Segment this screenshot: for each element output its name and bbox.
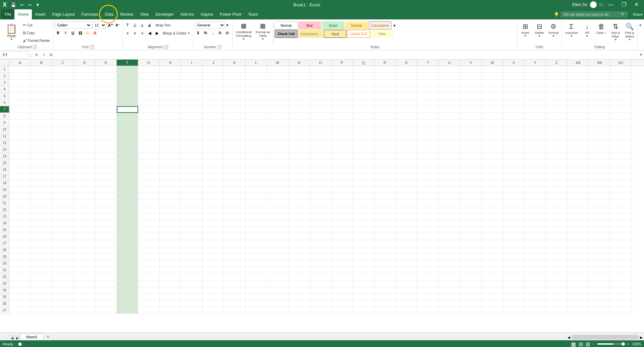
- cell-N8[interactable]: [288, 113, 310, 120]
- cell-H17[interactable]: [160, 173, 181, 180]
- cell-AA9[interactable]: [568, 120, 589, 126]
- cell-E4[interactable]: [95, 86, 117, 93]
- cell-AC8[interactable]: [610, 113, 632, 120]
- cell-X19[interactable]: [503, 187, 525, 193]
- cell-X7[interactable]: [503, 106, 525, 113]
- cell-F5[interactable]: [117, 93, 138, 99]
- cell-L11[interactable]: [246, 133, 267, 140]
- cell-L8[interactable]: [246, 113, 267, 120]
- cell-I25[interactable]: [181, 227, 203, 233]
- row-number-22[interactable]: 22: [0, 207, 9, 213]
- cell-P20[interactable]: [331, 193, 353, 200]
- cell-O37[interactable]: [310, 307, 331, 314]
- cell-U32[interactable]: [439, 274, 460, 280]
- cell-Z8[interactable]: [546, 113, 568, 120]
- cell-B27[interactable]: [31, 240, 52, 247]
- cell-U5[interactable]: [439, 93, 460, 99]
- cell-P12[interactable]: [331, 140, 353, 146]
- cell-M19[interactable]: [267, 187, 288, 193]
- cell-K34[interactable]: [224, 287, 246, 294]
- cell-AA14[interactable]: [568, 153, 589, 160]
- cell-S10[interactable]: [396, 126, 417, 133]
- cell-M3[interactable]: [267, 79, 288, 86]
- cell-A36[interactable]: [9, 300, 31, 307]
- cell-F12[interactable]: [117, 140, 138, 146]
- cell-AB1[interactable]: [589, 66, 610, 73]
- cell-E8[interactable]: [95, 113, 117, 120]
- cell-R33[interactable]: [374, 280, 396, 287]
- cell-T26[interactable]: [417, 233, 439, 240]
- cell-R31[interactable]: [374, 267, 396, 274]
- text-angle-button[interactable]: ∡: [146, 22, 153, 28]
- cell-I34[interactable]: [181, 287, 203, 294]
- name-box[interactable]: [1, 51, 28, 59]
- cell-U1[interactable]: [439, 66, 460, 73]
- styles-expand-button[interactable]: ▼: [392, 23, 397, 28]
- cell-M32[interactable]: [267, 274, 288, 280]
- cell-R3[interactable]: [374, 79, 396, 86]
- cell-A18[interactable]: [9, 180, 31, 187]
- cell-E10[interactable]: [95, 126, 117, 133]
- cell-D30[interactable]: [74, 260, 95, 267]
- cell-C1[interactable]: [52, 66, 74, 73]
- format-cells-button[interactable]: ⚙ Format ▼: [547, 21, 560, 39]
- delete-cells-button[interactable]: ⊟ Delete ▼: [533, 21, 546, 39]
- format-as-table-button[interactable]: ▦ Format asTable ▼: [254, 21, 272, 42]
- cell-I33[interactable]: [181, 280, 203, 287]
- cell-A6[interactable]: [9, 99, 31, 106]
- fill-color-button[interactable]: A: [84, 29, 91, 36]
- cell-C32[interactable]: [52, 274, 74, 280]
- cell-Q37[interactable]: [353, 307, 374, 314]
- cell-E33[interactable]: [95, 280, 117, 287]
- cell-Z7[interactable]: [546, 106, 568, 113]
- align-bottom-button[interactable]: ⊥: [139, 22, 146, 28]
- cell-U27[interactable]: [439, 240, 460, 247]
- row-number-30[interactable]: 30: [0, 260, 9, 267]
- row-number-1[interactable]: 1: [0, 66, 9, 73]
- col-header-N[interactable]: N: [288, 60, 310, 66]
- cell-D11[interactable]: [74, 133, 95, 140]
- cell-Z23[interactable]: [546, 213, 568, 220]
- cell-Q10[interactable]: [353, 126, 374, 133]
- cell-O28[interactable]: [310, 247, 331, 254]
- cell-P37[interactable]: [331, 307, 353, 314]
- cf-dropdown[interactable]: ▼: [242, 38, 245, 41]
- view-page-break-button[interactable]: ▧: [586, 341, 590, 347]
- cell-I1[interactable]: [181, 66, 203, 73]
- collapse-ribbon-button[interactable]: ▲: [638, 22, 643, 27]
- row-number-18[interactable]: 18: [0, 180, 9, 187]
- conditional-formatting-button[interactable]: ▦ ConditionalFormatting ▼: [234, 21, 254, 42]
- cell-AC32[interactable]: [610, 274, 632, 280]
- cell-M28[interactable]: [267, 247, 288, 254]
- cell-W10[interactable]: [482, 126, 503, 133]
- cell-L37[interactable]: [246, 307, 267, 314]
- cell-Q1[interactable]: [353, 66, 374, 73]
- cell-M12[interactable]: [267, 140, 288, 146]
- cell-O32[interactable]: [310, 274, 331, 280]
- cell-V9[interactable]: [460, 120, 482, 126]
- cell-I10[interactable]: [181, 126, 203, 133]
- menu-file[interactable]: File: [1, 9, 14, 19]
- cell-X34[interactable]: [503, 287, 525, 294]
- cell-O20[interactable]: [310, 193, 331, 200]
- cell-V26[interactable]: [460, 233, 482, 240]
- menu-review[interactable]: Review: [117, 9, 137, 19]
- cell-T36[interactable]: [417, 300, 439, 307]
- cell-E28[interactable]: [95, 247, 117, 254]
- cell-P14[interactable]: [331, 153, 353, 160]
- cell-Z10[interactable]: [546, 126, 568, 133]
- cell-J33[interactable]: [203, 280, 224, 287]
- cell-C13[interactable]: [52, 146, 74, 153]
- cell-AC20[interactable]: [610, 193, 632, 200]
- cell-Q3[interactable]: [353, 79, 374, 86]
- cell-M10[interactable]: [267, 126, 288, 133]
- cell-X31[interactable]: [503, 267, 525, 274]
- cell-Q16[interactable]: [353, 166, 374, 173]
- cell-T20[interactable]: [417, 193, 439, 200]
- cell-U19[interactable]: [439, 187, 460, 193]
- cell-Q35[interactable]: [353, 294, 374, 300]
- cell-Y13[interactable]: [525, 146, 546, 153]
- cell-T24[interactable]: [417, 220, 439, 227]
- cell-D15[interactable]: [74, 160, 95, 166]
- cell-AC16[interactable]: [610, 166, 632, 173]
